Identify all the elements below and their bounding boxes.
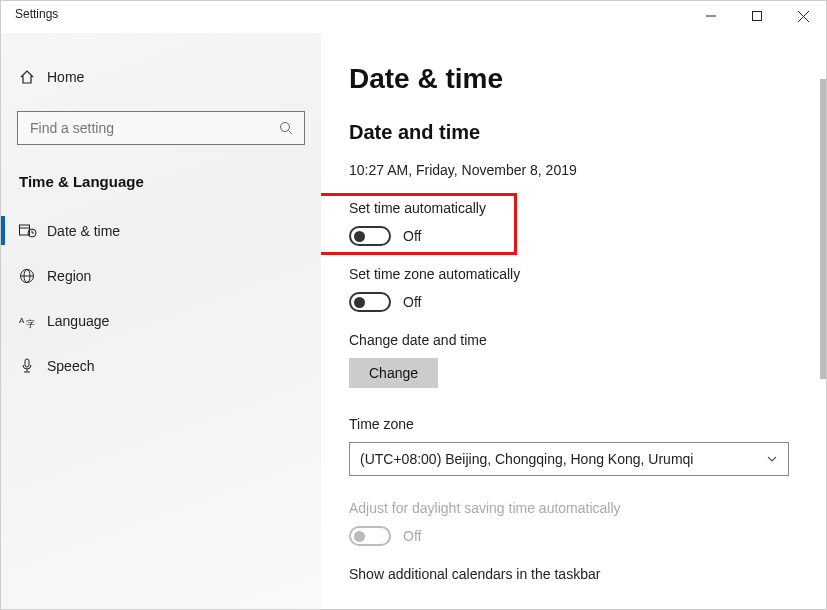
sidebar-item-date-time[interactable]: Date & time [1,208,321,253]
home-label: Home [47,69,84,85]
app-name: Settings [15,7,58,21]
svg-rect-1 [753,12,762,21]
set-time-auto-toggle[interactable] [349,226,391,246]
current-datetime: 10:27 AM, Friday, November 8, 2019 [349,162,798,178]
timezone-select[interactable]: (UTC+08:00) Beijing, Chongqing, Hong Kon… [349,442,789,476]
calendar-clock-icon [19,223,47,239]
sidebar-item-label: Language [47,313,109,329]
main-content: Date & time Date and time 10:27 AM, Frid… [321,33,826,609]
sidebar: Home Time & Language Date & time Region … [1,33,321,609]
set-time-auto-label: Set time automatically [349,200,798,216]
scrollbar[interactable] [820,79,826,379]
additional-calendars-label: Show additional calendars in the taskbar [349,566,798,582]
sidebar-item-language[interactable]: A字 Language [1,298,321,343]
dst-label: Adjust for daylight saving time automati… [349,500,798,516]
section-header: Time & Language [1,163,321,208]
microphone-icon [19,358,47,374]
sidebar-item-region[interactable]: Region [1,253,321,298]
search-input[interactable] [28,119,278,137]
set-time-auto-state: Off [403,228,421,244]
set-tz-auto-toggle[interactable] [349,292,391,312]
home-icon [19,69,47,85]
minimize-button[interactable] [688,1,734,31]
page-title: Date & time [349,63,798,95]
change-button[interactable]: Change [349,358,438,388]
search-icon [278,120,294,136]
svg-text:A: A [19,316,25,325]
sidebar-item-label: Region [47,268,91,284]
dst-state: Off [403,528,421,544]
globe-icon [19,268,47,284]
dst-toggle [349,526,391,546]
set-tz-auto-label: Set time zone automatically [349,266,798,282]
titlebar: Settings [1,1,826,33]
svg-text:字: 字 [26,319,35,329]
timezone-value: (UTC+08:00) Beijing, Chongqing, Hong Kon… [360,451,693,467]
window-controls [688,1,826,31]
section-title: Date and time [349,121,798,144]
sidebar-item-speech[interactable]: Speech [1,343,321,388]
home-nav[interactable]: Home [1,57,321,97]
close-button[interactable] [780,1,826,31]
svg-rect-16 [25,359,29,367]
timezone-label: Time zone [349,416,798,432]
sidebar-item-label: Speech [47,358,94,374]
change-datetime-label: Change date and time [349,332,798,348]
sidebar-item-label: Date & time [47,223,120,239]
search-box[interactable] [17,111,305,145]
language-icon: A字 [19,313,47,329]
chevron-down-icon [766,453,778,465]
maximize-button[interactable] [734,1,780,31]
svg-point-4 [281,123,290,132]
set-tz-auto-state: Off [403,294,421,310]
svg-line-5 [289,131,293,135]
